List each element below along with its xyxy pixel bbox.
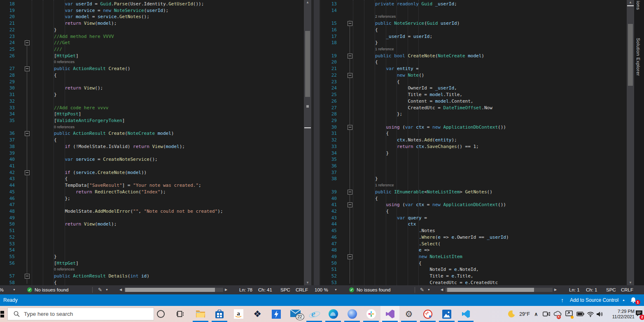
right-annotate-dropdown-icon[interactable]: ▼ [427, 285, 430, 294]
line-number[interactable]: 28 [320, 111, 337, 118]
line-number[interactable]: 24 [320, 85, 337, 92]
visual-studio-icon[interactable] [380, 306, 399, 322]
right-horizontal-scrollbar[interactable] [446, 288, 553, 292]
code-line[interactable]: 43 { [0, 176, 304, 182]
line-number[interactable]: 23 [320, 79, 337, 85]
snip-tool-icon[interactable]: ✂ [418, 306, 437, 322]
code-line[interactable]: 41 using (var ctx = new ApplicationDbCon… [320, 202, 627, 208]
line-number[interactable]: 44 [320, 221, 337, 228]
line-number[interactable]: 28 [0, 72, 15, 79]
line-number[interactable]: 44 [0, 182, 15, 189]
code-line[interactable]: 31 } [0, 92, 304, 98]
right-issues-status[interactable]: No issues found [357, 285, 390, 294]
code-line[interactable]: 41 [0, 163, 304, 169]
line-number[interactable]: 31 [0, 92, 15, 98]
scrollbar-thumb[interactable] [125, 288, 215, 292]
lightning-app-icon[interactable] [267, 306, 286, 322]
code-line[interactable]: 32 ctx.Notes.Add(entity); [320, 137, 627, 143]
wifi-icon[interactable] [586, 306, 595, 322]
fold-collapse-icon[interactable] [25, 274, 30, 279]
onedrive-error-icon[interactable]: ✕ [552, 306, 563, 322]
code-line[interactable]: 35 [ValidateAntiForgeryToken] [0, 118, 304, 124]
line-number[interactable]: 15 [320, 20, 337, 27]
line-number[interactable]: 19 [0, 7, 15, 14]
battery-icon[interactable] [575, 306, 586, 322]
fold-collapse-icon[interactable] [25, 170, 30, 175]
code-line[interactable]: 43 var query = [320, 215, 627, 221]
line-number[interactable]: 49 [0, 215, 15, 221]
browser-circle-icon[interactable] [343, 306, 362, 322]
scrollbar-thumb[interactable] [628, 24, 633, 86]
line-number[interactable]: 43 [0, 176, 15, 182]
line-number[interactable]: 19 [320, 53, 337, 59]
line-number[interactable]: 26 [0, 53, 15, 59]
left-zoom-level[interactable]: 100 % [0, 285, 4, 294]
code-line[interactable]: 57 public ActionResult Details(int id) [0, 273, 304, 280]
line-number[interactable]: 35 [0, 118, 15, 124]
line-number[interactable]: 57 [0, 273, 15, 280]
code-line[interactable]: 37 { [0, 137, 304, 143]
line-number[interactable]: 18 [320, 40, 337, 46]
code-line[interactable]: 16 { [320, 27, 627, 33]
code-line[interactable]: 55 } [0, 254, 304, 260]
code-line[interactable]: 53 [0, 241, 304, 247]
right-annotate-icon[interactable]: ✎ [420, 285, 424, 294]
line-number[interactable]: 47 [0, 202, 15, 208]
code-line[interactable]: 24 ///Get [0, 40, 304, 46]
line-number[interactable]: 40 [0, 156, 15, 163]
line-number[interactable]: 26 [320, 98, 337, 105]
fold-collapse-icon[interactable] [348, 73, 352, 78]
code-line[interactable]: 38 } [320, 176, 627, 182]
start-button[interactable] [0, 306, 5, 322]
code-line[interactable]: 34 [HttpPost] [0, 111, 304, 118]
code-line[interactable]: 20 { [320, 59, 627, 66]
code-line[interactable]: 52 [0, 234, 304, 241]
code-line[interactable]: 36 [320, 163, 627, 169]
left-annotate-icon[interactable]: ✎ [98, 285, 102, 294]
line-number[interactable]: 53 [320, 280, 337, 285]
code-line[interactable]: 35 [320, 156, 627, 163]
internet-explorer-icon[interactable]: e [305, 306, 324, 322]
fold-collapse-icon[interactable] [25, 66, 30, 71]
left-line-indicator[interactable]: Ln: 78 [239, 285, 252, 294]
codelens-references[interactable]: 2 references [320, 14, 627, 20]
right-line-ending[interactable]: CRLF [621, 285, 633, 294]
line-number[interactable]: 18 [0, 1, 15, 7]
line-number[interactable]: 36 [320, 163, 337, 169]
code-line[interactable]: 32 [0, 98, 304, 105]
edge-icon[interactable] [324, 306, 343, 322]
left-issues-status[interactable]: No issues found [35, 285, 68, 294]
code-line[interactable]: 23 { [320, 79, 627, 85]
code-line[interactable]: 45 .Notes [320, 228, 627, 234]
scrollbar-thumb[interactable] [305, 31, 310, 97]
line-number[interactable]: 17 [320, 33, 337, 40]
code-line[interactable]: 42 { [320, 208, 627, 215]
code-line[interactable]: 23 //Add method here VVVV [0, 33, 304, 40]
vscode-icon[interactable] [456, 306, 475, 322]
line-number[interactable]: 45 [320, 228, 337, 234]
line-number[interactable]: 20 [320, 59, 337, 66]
line-number[interactable]: 48 [0, 208, 15, 215]
code-line[interactable]: 40 { [320, 195, 627, 202]
line-number[interactable]: 41 [0, 163, 15, 169]
right-hscroll-right-icon[interactable]: ▶ [554, 285, 557, 294]
line-number[interactable]: 50 [320, 260, 337, 267]
code-line[interactable]: 39 [0, 150, 304, 157]
code-line[interactable]: 28 }; [320, 111, 627, 118]
code-line[interactable]: 38 if (!ModelState.IsValid) return View(… [0, 143, 304, 150]
code-line[interactable]: 19 public bool CreateNote(NoteCreate mod… [320, 53, 627, 59]
left-line-ending[interactable]: CRLF [296, 285, 308, 294]
night-light-moon-icon[interactable] [506, 306, 517, 322]
line-number[interactable]: 58 [0, 280, 15, 285]
code-line[interactable]: 25 Title = model.Title, [320, 92, 627, 98]
code-line[interactable]: 29 [0, 79, 304, 85]
code-line[interactable]: 44 TempData["SaveResult"] = "Your note w… [0, 182, 304, 189]
weather-temperature[interactable]: 29°F [516, 306, 533, 322]
code-line[interactable]: 49 [0, 215, 304, 221]
right-hscroll-left-icon[interactable]: ◀ [441, 285, 443, 294]
line-number[interactable]: 33 [0, 105, 15, 111]
code-line[interactable]: 47 [0, 202, 304, 208]
fold-collapse-icon[interactable] [25, 40, 30, 45]
codelens-references[interactable]: 0 references [0, 59, 304, 66]
left-column-indicator[interactable]: Ch: 41 [258, 285, 272, 294]
